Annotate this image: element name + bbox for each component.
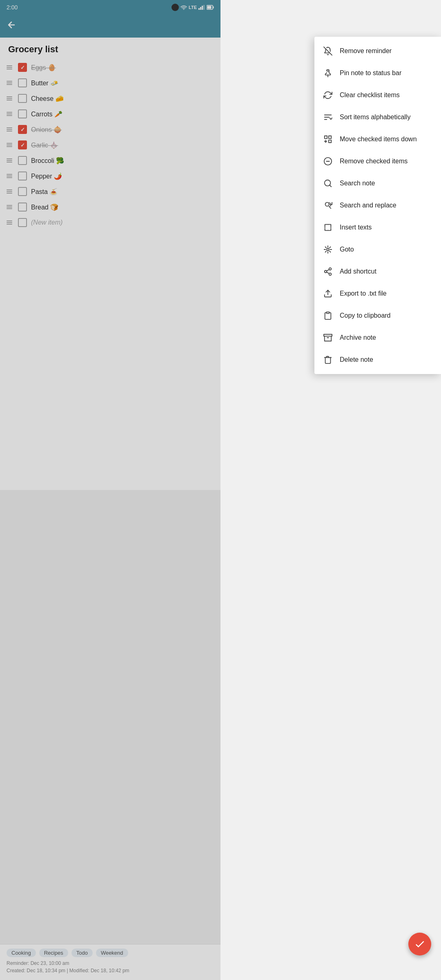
menu-overlay[interactable] [0, 0, 220, 490]
